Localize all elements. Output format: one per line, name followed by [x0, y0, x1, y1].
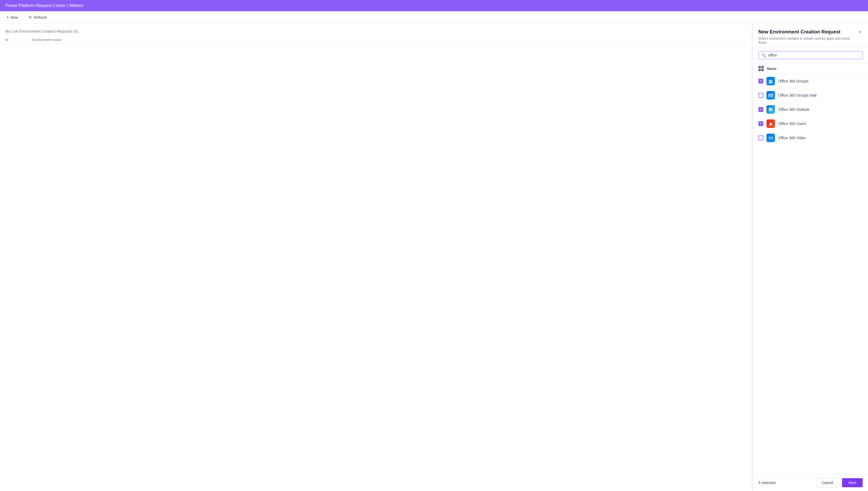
dialog-title: New Environment Creation Request — [758, 29, 857, 35]
connector-row[interactable]: O Office 365 Outlook — [753, 103, 868, 117]
app-title: Power Platform Request Center | Makers — [5, 3, 83, 8]
svg-rect-12 — [768, 137, 772, 139]
app-header: Power Platform Request Center | Makers — [0, 0, 868, 11]
footer-buttons: Cancel Next — [816, 478, 863, 487]
cancel-button[interactable]: Cancel — [816, 478, 839, 487]
svg-rect-7 — [771, 108, 773, 111]
dialog-footer: 5 selected Cancel Next — [753, 474, 868, 491]
col-name-header: Environment name — [32, 38, 748, 42]
connector-row[interactable]: Office 365 Video — [753, 131, 868, 145]
o365-video-icon — [766, 134, 775, 142]
table-header: Id Environment name — [5, 38, 748, 44]
checkbox-o365-users[interactable] — [758, 121, 763, 126]
connector-row[interactable]: Office 365 Users — [753, 117, 868, 131]
connector-list: Office 365 Groups Office 365 Groups Mail — [753, 74, 868, 474]
refresh-icon: ↻ — [29, 15, 32, 20]
list-header-name: Name — [767, 67, 776, 71]
section-title: My Live Environment Creation Requests (0… — [5, 29, 748, 33]
o365-groups-mail-icon — [766, 91, 775, 99]
o365-users-icon — [766, 119, 775, 128]
dialog-subtitle: Select connectors needed to create canva… — [758, 36, 857, 45]
checkbox-o365-groups[interactable] — [758, 79, 763, 84]
new-label: New — [10, 15, 18, 20]
dialog-header: New Environment Creation Request Select … — [753, 24, 868, 48]
search-box: 🔍 — [758, 51, 863, 59]
refresh-label: Refresh — [34, 15, 47, 20]
o365-groups-mail-name: Office 365 Groups Mail — [778, 93, 817, 97]
o365-users-name: Office 365 Users — [778, 121, 806, 126]
connector-row[interactable]: Office 365 Groups Mail — [753, 88, 868, 103]
list-header: Name — [753, 63, 868, 74]
checkbox-o365-groups-mail[interactable] — [758, 93, 763, 98]
svg-rect-4 — [768, 94, 773, 97]
svg-point-3 — [770, 82, 773, 83]
o365-outlook-icon: O — [766, 105, 775, 114]
col-id-header: Id — [5, 38, 32, 42]
checkbox-o365-video[interactable] — [758, 136, 763, 140]
checkbox-o365-outlook[interactable] — [758, 107, 763, 112]
o365-outlook-name: Office 365 Outlook — [778, 107, 809, 112]
search-input[interactable] — [768, 53, 860, 57]
search-icon: 🔍 — [761, 53, 766, 57]
connector-row[interactable]: Office 365 Groups — [753, 74, 868, 88]
o365-video-name: Office 365 Video — [778, 136, 806, 140]
close-button[interactable]: × — [857, 29, 863, 34]
new-button[interactable]: + New — [4, 14, 20, 21]
next-button[interactable]: Next — [842, 478, 863, 487]
o365-groups-icon — [766, 77, 775, 85]
svg-text:O: O — [769, 109, 771, 111]
svg-point-0 — [769, 80, 771, 81]
o365-groups-name: Office 365 Groups — [778, 79, 809, 83]
selected-count: 5 selected — [758, 481, 776, 485]
grid-icon — [758, 66, 764, 71]
plus-icon: + — [6, 15, 9, 20]
refresh-button[interactable]: ↻ Refresh — [27, 14, 49, 21]
dialog-panel: New Environment Creation Request Select … — [753, 24, 868, 491]
search-container: 🔍 — [753, 48, 868, 63]
left-panel: My Live Environment Creation Requests (0… — [0, 24, 753, 491]
dialog-header-text: New Environment Creation Request Select … — [758, 29, 857, 45]
main-content: My Live Environment Creation Requests (0… — [0, 24, 868, 491]
svg-point-1 — [771, 80, 772, 81]
toolbar: + New ↻ Refresh — [0, 11, 868, 24]
